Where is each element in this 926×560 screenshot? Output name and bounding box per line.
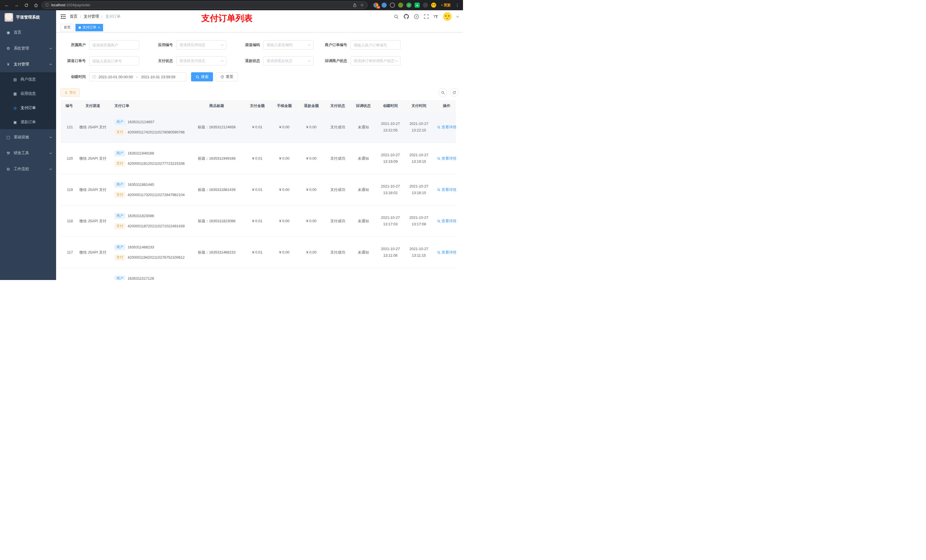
toggle-search-button[interactable] bbox=[439, 88, 447, 97]
create-time-range-picker[interactable]: 2021-10-01 00:00:00 - 2021-10-31 23:59:5… bbox=[89, 72, 186, 82]
merchant-tag: 商户 bbox=[115, 182, 125, 187]
font-size-icon[interactable]: TT bbox=[434, 14, 438, 19]
sidebar-item-home[interactable]: ◉ 首页 bbox=[0, 24, 56, 41]
table-row[interactable]: 120 微信 JSAPI 支付 商户 1635311949168 支付 4200… bbox=[61, 143, 456, 174]
refresh-table-button[interactable] bbox=[450, 88, 458, 97]
github-icon[interactable] bbox=[404, 14, 409, 19]
cell-amount: ¥ 0.01 bbox=[244, 187, 271, 192]
chevron-down-icon[interactable] bbox=[457, 15, 459, 17]
browser-menu-icon[interactable]: ⋮ bbox=[455, 3, 459, 8]
extension-badge: 10 bbox=[377, 6, 380, 9]
tab-home[interactable]: 首页 bbox=[61, 24, 74, 31]
merchant-order-no: 1635311949168 bbox=[127, 151, 154, 155]
browser-update-button[interactable]: 更新 bbox=[441, 3, 451, 8]
extension-icon-ring[interactable] bbox=[390, 3, 395, 8]
cell-pay-channel: 微信 JSAPI 支付 bbox=[73, 250, 113, 255]
user-avatar[interactable] bbox=[443, 12, 452, 21]
clock-icon bbox=[92, 75, 96, 79]
fullscreen-icon[interactable] bbox=[424, 14, 428, 19]
view-detail-link[interactable]: 查看详情 bbox=[437, 250, 457, 255]
channel-order-label: 渠道订单号 bbox=[61, 58, 89, 63]
search-icon[interactable] bbox=[394, 14, 399, 19]
refund-status-select[interactable]: 请选择退款状态 bbox=[263, 56, 313, 65]
table-row[interactable]: 121 微信 JSAPI 支付 商户 1635312124657 支付 4200… bbox=[61, 112, 456, 143]
cell-pay-status: 支付成功 bbox=[325, 125, 351, 130]
close-icon[interactable]: × bbox=[98, 26, 100, 29]
extension-icon-check[interactable]: ✓ bbox=[406, 3, 412, 8]
view-detail-link[interactable]: 查看详情 bbox=[437, 187, 457, 192]
channel-code-select[interactable]: 请输入渠道编码 bbox=[263, 41, 313, 50]
table-row[interactable]: 商户 1635311517126 支付 查看详情 bbox=[61, 268, 456, 280]
export-button[interactable]: 导出 bbox=[61, 89, 80, 97]
search-icon bbox=[437, 251, 440, 254]
cell-title: 标题：1635311881439 bbox=[190, 187, 244, 192]
merchant-order-no: 1635311468233 bbox=[127, 245, 154, 249]
help-icon[interactable]: ? bbox=[414, 14, 419, 19]
extension-icon-olive[interactable] bbox=[398, 3, 403, 8]
orders-table: 编号 支付渠道 支付订单 商品标题 支付金额 手续金额 退款金额 支付状态 回调… bbox=[61, 100, 458, 280]
bookmark-star-icon[interactable]: ☆ bbox=[360, 3, 364, 8]
cell-fee: ¥ 0.00 bbox=[271, 125, 298, 129]
sidebar-item-merchant-info[interactable]: ▤ 商户信息 bbox=[0, 72, 56, 86]
sidebar-item-refund-order[interactable]: ▣ 退款订单 bbox=[0, 115, 56, 129]
notify-status-select[interactable]: 请选择订单回调商户状态 bbox=[351, 56, 401, 65]
tab-pay-order[interactable]: 支付订单 × bbox=[76, 24, 103, 31]
col-pay-time: 支付时间 bbox=[405, 103, 433, 109]
cell-create-time: 2021-10-2713:17:03 bbox=[376, 214, 405, 227]
col-amount: 支付金额 bbox=[244, 103, 271, 109]
share-icon[interactable] bbox=[353, 3, 357, 7]
browser-reload-button[interactable] bbox=[22, 1, 30, 9]
browser-forward-button[interactable]: → bbox=[12, 1, 21, 9]
table-row[interactable]: 118 微信 JSAPI 支付 商户 1635311823086 支付 4200… bbox=[61, 205, 456, 237]
col-action: 操作 bbox=[433, 103, 458, 109]
document-icon: ▣ bbox=[12, 120, 18, 124]
extension-icon-dark[interactable] bbox=[423, 3, 428, 8]
sidebar-item-app-info[interactable]: ▦ 应用信息 bbox=[0, 86, 56, 101]
merchant-tag: 商户 bbox=[115, 151, 125, 156]
sidebar-item-pay[interactable]: ¥ 支付管理 bbox=[0, 56, 56, 72]
pay-tag: 支付 bbox=[115, 192, 125, 198]
merchant-order-input[interactable] bbox=[351, 41, 401, 50]
app-select[interactable]: 请选择应用信息 bbox=[176, 41, 226, 50]
cell-action: 查看详情 bbox=[433, 156, 458, 161]
view-detail-link[interactable]: 查看详情 bbox=[437, 219, 457, 223]
view-detail-link[interactable]: 查看详情 bbox=[437, 156, 457, 161]
channel-order-input[interactable] bbox=[89, 56, 139, 65]
app-logo[interactable]: 芋道管理系统 bbox=[0, 10, 56, 24]
sidebar-item-devtools[interactable]: ⚒ 研发工具 bbox=[0, 145, 56, 161]
browser-back-button[interactable]: ← bbox=[3, 1, 11, 9]
sidebar-item-workflow[interactable]: ⧉ 工作流程 bbox=[0, 161, 56, 177]
pay-status-label: 支付状态 bbox=[148, 58, 176, 63]
merchant-order-no: 1635312124657 bbox=[127, 120, 154, 124]
browser-home-button[interactable] bbox=[32, 1, 40, 9]
pay-status-select[interactable]: 请选择支付状态 bbox=[176, 56, 226, 65]
reset-button[interactable]: 重置 bbox=[216, 72, 238, 82]
pay-tag: 支付 bbox=[115, 223, 125, 229]
cell-pay-order: 商户 1635312124657 支付 42000011742021102780… bbox=[113, 119, 190, 135]
address-bar[interactable]: ⓘ localhost:1024/pay/order ☆ bbox=[42, 2, 368, 9]
active-dot-icon bbox=[79, 26, 81, 29]
sidebar-item-system[interactable]: ⚙ 系统管理 bbox=[0, 41, 56, 56]
sidebar-item-pay-order[interactable]: ◎ 支付订单 bbox=[0, 101, 56, 115]
cell-pay-channel: 微信 JSAPI 支付 bbox=[73, 219, 113, 223]
sidebar-item-infra[interactable]: ▢ 基础设施 bbox=[0, 129, 56, 145]
view-detail-link[interactable]: 查看详情 bbox=[437, 125, 457, 130]
table-row[interactable]: 117 微信 JSAPI 支付 商户 1635311468233 支付 4200… bbox=[61, 237, 456, 268]
table-header: 编号 支付渠道 支付订单 商品标题 支付金额 手续金额 退款金额 支付状态 回调… bbox=[61, 100, 456, 112]
extension-icon-colorful[interactable]: 10 bbox=[373, 3, 378, 8]
breadcrumb-pay[interactable]: 支付管理 bbox=[84, 14, 99, 19]
extension-icon-avatar[interactable] bbox=[431, 3, 436, 8]
merchant-input[interactable] bbox=[89, 41, 139, 50]
table-row[interactable]: 119 微信 JSAPI 支付 商户 1635311881440 支付 4200… bbox=[61, 174, 456, 205]
search-button[interactable]: 搜索 bbox=[191, 72, 213, 82]
col-refund: 退款金额 bbox=[298, 103, 325, 109]
extension-icon-chat[interactable]: ● bbox=[415, 3, 420, 8]
breadcrumb-home[interactable]: 首页 bbox=[70, 14, 77, 19]
search-icon bbox=[437, 188, 440, 192]
col-pay-status: 支付状态 bbox=[325, 103, 351, 109]
sidebar-collapse-icon[interactable] bbox=[61, 15, 66, 19]
create-time-label: 创建时间 bbox=[61, 74, 89, 79]
site-info-icon[interactable]: ⓘ bbox=[45, 3, 49, 8]
extension-icon-blue[interactable] bbox=[381, 3, 387, 8]
cell-fee: ¥ 0.00 bbox=[271, 187, 298, 192]
